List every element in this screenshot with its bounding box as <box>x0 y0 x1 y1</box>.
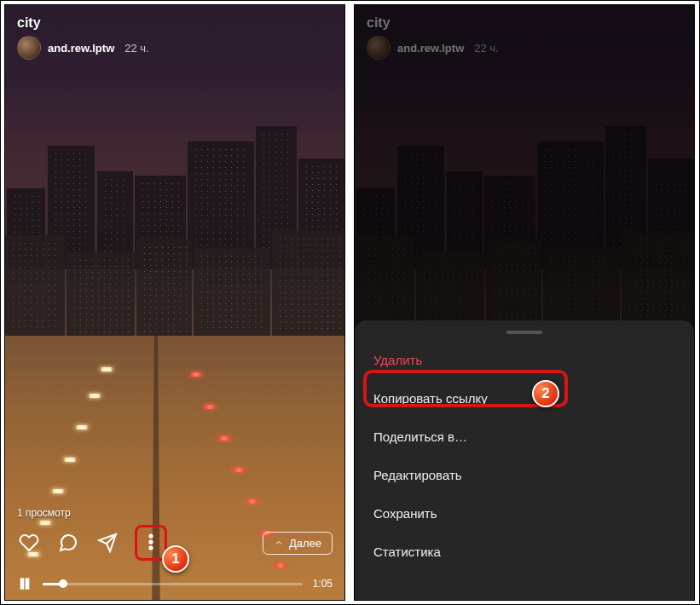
screenshot-pair: city and.rew.lptw 22 ч. <box>0 0 700 605</box>
avatar[interactable] <box>17 36 41 60</box>
story-title: city <box>17 15 333 31</box>
send-icon <box>97 533 118 553</box>
svg-point-4 <box>149 546 152 549</box>
timestamp: 22 ч. <box>124 42 148 55</box>
sheet-item-share[interactable]: Поделиться в… <box>355 418 694 456</box>
sheet-handle[interactable] <box>506 331 542 334</box>
sheet-item-delete[interactable]: Удалить <box>355 341 694 379</box>
sheet-item-copy-link[interactable]: Копировать ссылку <box>355 379 694 418</box>
skyline-front <box>5 227 344 337</box>
user-row[interactable]: and.rew.lptw 22 ч. <box>17 36 333 60</box>
svg-rect-6 <box>26 579 28 589</box>
callout-badge-1: 1 <box>162 545 189 573</box>
pause-icon <box>18 577 32 591</box>
chevron-up-icon <box>274 538 284 548</box>
sheet-item-edit[interactable]: Редактировать <box>355 456 694 494</box>
svg-point-2 <box>149 534 152 537</box>
progress-handle[interactable] <box>59 579 67 588</box>
comment-icon <box>58 533 78 553</box>
phone-right: city and.rew.lptw 22 ч. <box>354 4 695 601</box>
username[interactable]: and.rew.lptw <box>48 42 114 55</box>
like-button[interactable] <box>17 531 41 555</box>
skyline-back <box>5 120 344 269</box>
more-button[interactable] <box>139 530 163 554</box>
callout-badge-2: 2 <box>532 380 559 407</box>
comment-button[interactable] <box>56 531 80 555</box>
sheet-item-stats[interactable]: Статистика <box>355 533 694 571</box>
playback-row: 1:05 <box>12 576 338 591</box>
next-button[interactable]: Далее <box>263 532 333 555</box>
progress-bar[interactable] <box>43 583 303 585</box>
more-icon <box>141 532 161 552</box>
duration-label: 1:05 <box>313 578 333 590</box>
share-button[interactable] <box>95 531 119 555</box>
views-count[interactable]: 1 просмотр <box>17 507 71 519</box>
action-sheet: Удалить Копировать ссылку Поделиться в… … <box>355 320 694 600</box>
phone-left: city and.rew.lptw 22 ч. <box>4 4 345 601</box>
sheet-item-save[interactable]: Сохранить <box>355 494 694 533</box>
svg-rect-5 <box>20 579 23 589</box>
next-label: Далее <box>289 537 321 550</box>
heart-icon <box>19 533 39 553</box>
svg-point-3 <box>149 540 152 543</box>
pause-button[interactable] <box>17 576 32 591</box>
story-header: city and.rew.lptw 22 ч. <box>5 5 344 66</box>
